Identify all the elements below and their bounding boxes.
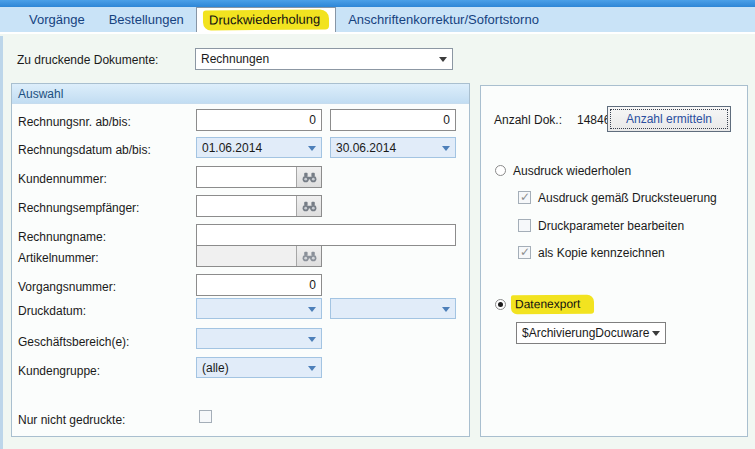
tab-label: Vorgänge [29, 12, 85, 27]
tab-label: Anschriftenkorrektur/Sofortstorno [348, 12, 539, 27]
recipient-label: Rechnungsempfänger: [18, 197, 139, 219]
chevron-down-icon [652, 331, 660, 336]
invoice-name-label: Rechnungname: [18, 226, 106, 248]
recipient-input[interactable] [197, 196, 296, 216]
count-documents-button[interactable]: Anzahl ermitteln [607, 106, 731, 132]
invoice-date-label: Rechnungsdatum ab/bis: [18, 139, 151, 161]
app-window: Vorgänge Bestellungen Druckwiederholung … [0, 0, 755, 449]
recipient-field [196, 195, 322, 217]
invoice-no-label: Rechnungsnr. ab/bis: [18, 111, 131, 133]
print-date-label: Druckdatum: [18, 300, 86, 322]
binoculars-icon [302, 251, 317, 262]
chevron-down-icon [442, 146, 450, 151]
mark-as-copy-label: als Kopie kennzeichnen [538, 245, 665, 261]
chevron-down-icon [308, 366, 316, 371]
customer-group-value: (alle) [202, 361, 229, 375]
invoice-date-from-value: 01.06.2014 [202, 141, 262, 155]
chevron-down-icon [442, 307, 450, 312]
customer-group-select[interactable]: (alle) [196, 357, 322, 378]
invoice-date-to-value: 30.06.2014 [336, 141, 396, 155]
tab-label: Bestellungen [109, 12, 184, 27]
doc-type-select[interactable]: Rechnungen [195, 48, 453, 70]
tab-bar: Vorgänge Bestellungen Druckwiederholung … [0, 7, 755, 34]
data-export-radio[interactable] [495, 299, 506, 310]
chevron-down-icon [308, 307, 316, 312]
business-area-label: Geschäftsbereich(e): [18, 331, 129, 353]
print-date-from-select[interactable] [196, 298, 322, 319]
article-no-search-button[interactable] [296, 246, 321, 266]
data-export-label-wrap: Datenexport [511, 295, 594, 311]
highlight-marker: Druckwiederholung [203, 9, 329, 30]
tab-anschriftenkorrektur-sofortstorno[interactable]: Anschriftenkorrektur/Sofortstorno [336, 7, 551, 32]
tab-vorgaenge[interactable]: Vorgänge [17, 7, 97, 32]
binoculars-icon [302, 201, 317, 212]
tab-druckwiederholung[interactable]: Druckwiederholung [196, 7, 336, 32]
highlight-marker: Datenexport [511, 295, 595, 315]
binoculars-icon [302, 172, 317, 183]
invoice-date-from-select[interactable]: 01.06.2014 [196, 137, 322, 158]
doc-type-value: Rechnungen [201, 52, 269, 66]
article-no-label: Artikelnummer: [18, 247, 99, 269]
customer-no-field [196, 166, 322, 188]
selection-panel-title: Auswahl [12, 84, 469, 104]
invoice-name-input[interactable] [196, 224, 456, 246]
export-target-value: $ArchivierungDocuware [522, 326, 649, 340]
article-no-input[interactable] [197, 246, 296, 266]
print-date-to-select[interactable] [330, 298, 456, 319]
article-no-field [196, 245, 322, 267]
process-no-input[interactable] [196, 274, 322, 296]
mark-as-copy-checkbox[interactable] [518, 246, 531, 259]
process-no-label: Vorgangsnummer: [18, 276, 116, 298]
customer-no-input[interactable] [197, 167, 296, 187]
print-control-checkbox[interactable] [518, 191, 531, 204]
chevron-down-icon [439, 57, 447, 62]
customer-no-search-button[interactable] [296, 167, 321, 187]
recipient-search-button[interactable] [296, 196, 321, 216]
export-target-select[interactable]: $ArchivierungDocuware [516, 322, 666, 344]
doc-type-label: Zu druckende Dokumente: [17, 49, 158, 71]
repeat-print-radio[interactable] [495, 165, 506, 176]
selection-panel: Auswahl Rechnungsnr. ab/bis: Rechnungsda… [11, 83, 470, 437]
repeat-print-label: Ausdruck wiederholen [513, 163, 631, 179]
customer-group-label: Kundengruppe: [18, 360, 100, 382]
tab-label: Druckwiederholung [209, 12, 320, 28]
window-top-strip [0, 0, 755, 7]
chevron-down-icon [308, 146, 316, 151]
print-control-label: Ausdruck gemäß Drucksteuerung [538, 190, 717, 206]
options-panel: Anzahl Dok.: 14846 Anzahl ermitteln Ausd… [480, 85, 748, 437]
invoice-date-to-select[interactable]: 30.06.2014 [330, 137, 456, 158]
content-area: Zu druckende Dokumente: Rechnungen Auswa… [0, 36, 755, 449]
invoice-no-from-input[interactable] [196, 109, 322, 131]
tab-bestellungen[interactable]: Bestellungen [97, 7, 196, 32]
invoice-no-to-input[interactable] [330, 109, 456, 131]
edit-print-params-label: Druckparameter bearbeiten [538, 218, 684, 234]
data-export-label: Datenexport [515, 297, 580, 312]
doc-count-label: Anzahl Dok.: [494, 112, 562, 128]
unprinted-only-checkbox[interactable] [199, 410, 212, 423]
business-area-select[interactable] [196, 328, 322, 349]
chevron-down-icon [308, 337, 316, 342]
unprinted-only-label: Nur nicht gedruckte: [18, 409, 125, 431]
doc-count-value: 14846 [577, 112, 610, 128]
customer-no-label: Kundennummer: [18, 168, 107, 190]
edit-print-params-checkbox[interactable] [518, 219, 531, 232]
